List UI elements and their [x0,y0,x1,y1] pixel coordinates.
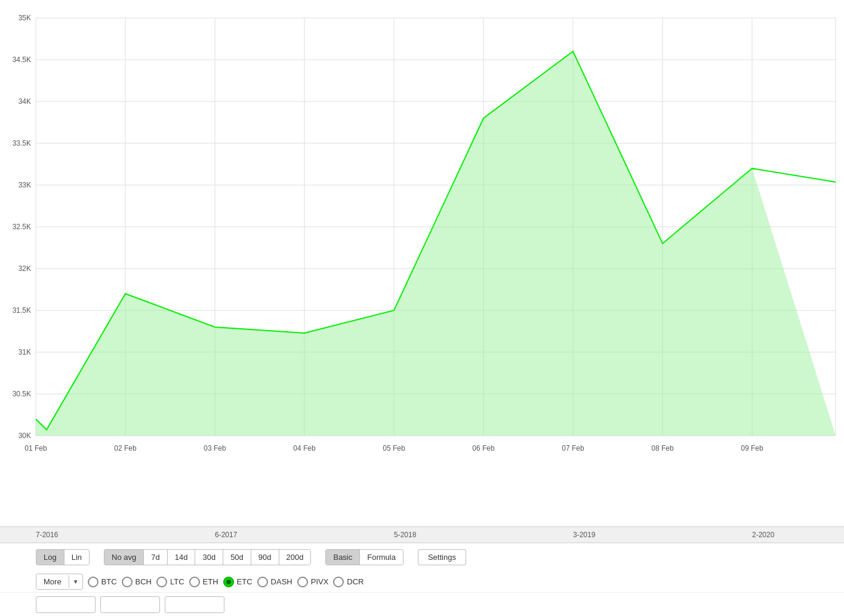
controls-row1: Log Lin No avg 7d 14d 30d 50d 90d 200d B… [0,543,844,571]
lin-button[interactable]: Lin [64,550,89,565]
radio-btc[interactable] [88,577,98,587]
view-button-group: Basic Formula [325,549,403,565]
7d-button[interactable]: 7d [144,550,167,565]
radio-dcr[interactable] [333,577,344,587]
coin-etc[interactable]: ETC [223,577,252,587]
coin-bch[interactable]: BCH [122,577,152,587]
coin-eth-label: ETH [203,577,218,586]
y-label-305k: 30.5K [13,390,31,398]
200d-button[interactable]: 200d [279,550,311,565]
placeholder-control-1 [36,596,96,613]
placeholder-control-2 [100,596,160,613]
y-label-31k: 31K [19,348,31,356]
coin-pivx-label: PIVX [311,577,329,586]
x-label-07feb: 07 Feb [562,444,584,452]
year-label-2020: 2-2020 [752,531,774,539]
radio-eth[interactable] [189,577,200,587]
90d-button[interactable]: 90d [251,550,279,565]
no-avg-button[interactable]: No avg [104,550,144,565]
x-label-01feb: 01 Feb [24,444,47,452]
avg-button-group: No avg 7d 14d 30d 50d 90d 200d [104,549,311,565]
coin-eth[interactable]: ETH [189,577,218,587]
settings-button[interactable]: Settings [418,549,466,565]
y-label-30k: 30K [19,432,31,440]
x-label-05feb: 05 Feb [383,444,405,452]
chart-svg: 35K 34.5K 34K 33.5K 33K 32.5K 32K 31.5K … [0,6,844,460]
coin-dash[interactable]: DASH [257,577,292,587]
coin-ltc-label: LTC [170,577,184,586]
y-label-325k: 32.5K [13,223,31,231]
coin-btc-label: BTC [101,577,117,586]
50d-button[interactable]: 50d [223,550,251,565]
scale-button-group: Log Lin [36,549,90,565]
radio-ltc[interactable] [156,577,167,587]
coin-dcr[interactable]: DCR [333,577,364,587]
y-label-34k: 34K [19,97,31,106]
y-label-345k: 34.5K [13,56,31,64]
x-label-08feb: 08 Feb [651,444,674,452]
y-label-32k: 32K [19,264,31,273]
coin-dcr-label: DCR [347,577,364,586]
log-button[interactable]: Log [36,550,64,565]
controls-row2: More ▼ BTC BCH LTC ETH ETC [0,571,844,592]
y-label-35k: 35K [19,14,31,22]
x-label-02feb: 02 Feb [114,444,137,452]
coin-bch-label: BCH [135,577,152,586]
more-dropdown-arrow[interactable]: ▼ [69,575,82,588]
x-label-06feb: 06 Feb [472,444,495,452]
year-label-2019: 3-2019 [573,531,595,539]
chart-fill [36,51,836,436]
coin-btc[interactable]: BTC [88,577,117,587]
year-label-2016: 7-2016 [36,531,58,539]
chart-area: 35K 34.5K 34K 33.5K 33K 32.5K 32K 31.5K … [0,6,844,526]
x-label-04feb: 04 Feb [293,444,316,452]
formula-button[interactable]: Formula [360,550,403,565]
x-secondary-axis: 7-2016 6-2017 5-2018 3-2019 2-2020 [0,526,844,543]
y-label-315k: 31.5K [13,306,31,315]
more-button[interactable]: More [36,574,69,589]
y-label-335k: 33.5K [13,139,31,147]
radio-pivx[interactable] [297,577,308,587]
year-label-2017: 6-2017 [215,531,237,539]
radio-dash[interactable] [257,577,268,587]
30d-button[interactable]: 30d [195,550,223,565]
coin-pivx[interactable]: PIVX [297,577,329,587]
coin-etc-label: ETC [237,577,252,586]
more-button-wrapper: More ▼ [36,574,83,590]
radio-etc[interactable] [223,577,234,587]
radio-bch[interactable] [122,577,133,587]
coin-ltc[interactable]: LTC [156,577,184,587]
controls-row3 [0,592,844,616]
x-label-03feb: 03 Feb [204,444,226,452]
x-label-09feb: 09 Feb [741,444,763,452]
basic-button[interactable]: Basic [326,550,360,565]
coin-dash-label: DASH [271,577,292,586]
main-container: 35K 34.5K 34K 33.5K 33K 32.5K 32K 31.5K … [0,0,844,616]
14d-button[interactable]: 14d [168,550,196,565]
y-label-33k: 33K [19,181,31,189]
year-label-2018: 5-2018 [394,531,416,539]
placeholder-control-3 [165,596,224,613]
